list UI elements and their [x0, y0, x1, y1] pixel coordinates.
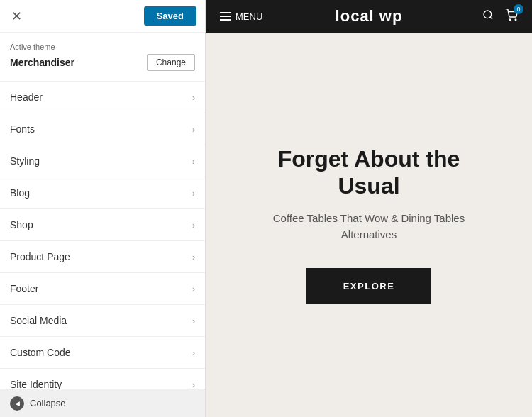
nav-label-site-identity: Site Identity [10, 379, 62, 389]
nav-label-blog: Blog [10, 187, 30, 199]
chevron-right-icon: › [192, 316, 195, 326]
saved-button[interactable]: Saved [144, 6, 196, 26]
theme-name-row: Merchandiser Change [10, 54, 195, 71]
header-icons: 0 [482, 9, 518, 24]
hero-heading: Forget About the Usual [248, 145, 489, 200]
site-title: local wp [336, 7, 403, 26]
chevron-right-icon: › [192, 124, 195, 135]
nav-scroll-area[interactable]: Header › Fonts › Styling › Blog › Shop ›… [0, 82, 205, 389]
cart-badge: 0 [514, 4, 523, 14]
collapse-icon [10, 396, 24, 411]
customizer-panel: ✕ Saved Active theme Merchandiser Change… [0, 0, 206, 417]
nav-item-blog[interactable]: Blog › [0, 177, 205, 209]
collapse-label: Collapse [30, 398, 66, 408]
explore-button[interactable]: EXPLORE [306, 268, 432, 304]
nav-label-custom-code: Custom Code [10, 347, 71, 358]
nav-label-footer: Footer [10, 283, 38, 294]
nav-label-social-media: Social Media [10, 315, 67, 326]
cart-icon[interactable]: 0 [505, 9, 518, 24]
nav-item-product-page[interactable]: Product Page › [0, 241, 205, 273]
chevron-right-icon: › [192, 284, 195, 294]
preview-panel: MENU local wp 0 Forget About the Usual C… [206, 0, 532, 417]
theme-section: Active theme Merchandiser Change [0, 33, 205, 82]
nav-item-fonts[interactable]: Fonts › [0, 113, 205, 145]
customizer-topbar: ✕ Saved [0, 0, 205, 33]
chevron-right-icon: › [192, 348, 195, 358]
svg-line-1 [490, 17, 492, 19]
nav-label-fonts: Fonts [10, 123, 35, 135]
hero-section: Forget About the Usual Coffee Tables Tha… [206, 33, 532, 417]
hamburger-icon [220, 12, 231, 21]
change-theme-button[interactable]: Change [147, 54, 195, 71]
nav-label-product-page: Product Page [10, 251, 70, 262]
svg-point-2 [509, 19, 511, 21]
theme-name: Merchandiser [10, 57, 74, 68]
site-header-bar: MENU local wp 0 [206, 0, 532, 33]
nav-item-footer[interactable]: Footer › [0, 273, 205, 305]
nav-label-header: Header [10, 91, 43, 103]
chevron-right-icon: › [192, 156, 195, 167]
nav-item-site-identity[interactable]: Site Identity › [0, 369, 205, 389]
svg-point-0 [484, 11, 492, 18]
nav-item-shop[interactable]: Shop › [0, 209, 205, 241]
menu-text: MENU [235, 11, 262, 22]
svg-point-3 [515, 19, 516, 21]
close-button[interactable]: ✕ [9, 6, 25, 27]
nav-item-custom-code[interactable]: Custom Code › [0, 337, 205, 369]
hero-subtext: Coffee Tables That Wow & Dining Tables A… [248, 211, 489, 243]
collapse-bar[interactable]: Collapse [0, 389, 205, 417]
nav-label-shop: Shop [10, 219, 33, 230]
menu-label[interactable]: MENU [220, 11, 262, 22]
chevron-right-icon: › [192, 188, 195, 199]
nav-item-styling[interactable]: Styling › [0, 145, 205, 177]
chevron-right-icon: › [192, 92, 195, 103]
chevron-right-icon: › [192, 379, 195, 389]
chevron-right-icon: › [192, 252, 195, 262]
active-theme-label: Active theme [10, 43, 195, 51]
chevron-right-icon: › [192, 220, 195, 230]
nav-item-header[interactable]: Header › [0, 82, 205, 113]
nav-item-social-media[interactable]: Social Media › [0, 305, 205, 337]
search-icon[interactable] [482, 9, 494, 23]
nav-label-styling: Styling [10, 155, 40, 167]
